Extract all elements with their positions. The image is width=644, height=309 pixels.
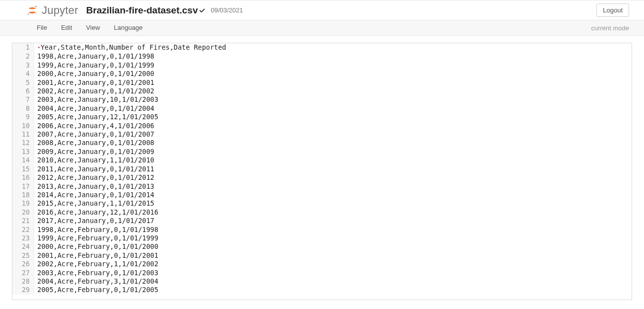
line-content[interactable]: 2000,Acre,January,0,1/01/2000 — [34, 70, 154, 78]
editor-line[interactable]: 192015,Acre,January,1,1/01/2015 — [12, 199, 632, 208]
line-content[interactable]: 2009,Acre,January,0,1/01/2009 — [34, 148, 154, 156]
line-number: 14 — [12, 156, 34, 164]
menu-file[interactable]: File — [30, 20, 54, 36]
last-modified: 09/03/2021 — [211, 6, 243, 14]
editor-line[interactable]: 212017,Acre,January,0,1/01/2017 — [12, 217, 632, 225]
line-content[interactable]: 2012,Acre,January,0,1/01/2012 — [34, 173, 154, 182]
line-content[interactable]: 2006,Acre,January,4,1/01/2006 — [34, 122, 154, 130]
editor-line[interactable]: 292005,Acre,February,0,1/01/2005 — [12, 286, 632, 294]
line-number: 6 — [12, 87, 34, 95]
editor-line[interactable]: 102006,Acre,January,4,1/01/2006 — [12, 122, 632, 130]
line-content[interactable]: 2004,Acre,February,3,1/01/2004 — [34, 277, 158, 286]
editor-line[interactable]: 252001,Acre,February,0,1/01/2001 — [12, 251, 632, 260]
line-content[interactable]: 1998,Acre,January,0,1/01/1998 — [34, 52, 154, 61]
line-content[interactable]: 2010,Acre,January,1,1/01/2010 — [34, 156, 154, 164]
editor-line[interactable]: 242000,Acre,February,0,1/01/2000 — [12, 242, 632, 251]
line-number: 29 — [12, 286, 34, 294]
text-editor: 1•Year,State,Month,Number of Fires,Date … — [12, 43, 632, 300]
svg-point-0 — [35, 5, 37, 7]
line-number: 17 — [12, 182, 34, 191]
line-content[interactable]: 2005,Acre,January,12,1/01/2005 — [34, 113, 158, 121]
line-content[interactable]: 2017,Acre,January,0,1/01/2017 — [34, 217, 154, 225]
line-number: 7 — [12, 95, 34, 104]
line-content[interactable]: 2000,Acre,February,0,1/01/2000 — [34, 242, 158, 251]
line-number: 1 — [12, 43, 34, 52]
line-content[interactable]: 2004,Acre,January,0,1/01/2004 — [34, 104, 154, 113]
line-content[interactable]: 2003,Acre,February,0,1/01/2003 — [34, 269, 158, 277]
line-content[interactable]: 1999,Acre,January,0,1/01/1999 — [34, 61, 154, 70]
line-number: 19 — [12, 199, 34, 208]
menu-language[interactable]: Language — [107, 20, 149, 36]
svg-point-1 — [28, 13, 29, 14]
line-number: 8 — [12, 104, 34, 113]
menubar: FileEditViewLanguage current mode — [0, 20, 644, 36]
editor-line[interactable]: 202016,Acre,January,12,1/01/2016 — [12, 208, 632, 217]
line-content[interactable]: 2002,Acre,January,0,1/01/2002 — [34, 87, 154, 95]
line-number: 25 — [12, 251, 34, 260]
line-number: 26 — [12, 260, 34, 268]
editor-line[interactable]: 182014,Acre,January,0,1/01/2014 — [12, 191, 632, 199]
line-content[interactable]: 2016,Acre,January,12,1/01/2016 — [34, 208, 158, 217]
editor-line[interactable]: 122008,Acre,January,0,1/01/2008 — [12, 139, 632, 147]
line-number: 18 — [12, 191, 34, 199]
line-content[interactable]: 1999,Acre,February,0,1/01/1999 — [34, 234, 158, 242]
notebook-filename[interactable]: Brazilian-fire-dataset.csv — [86, 5, 198, 16]
line-content[interactable]: 2008,Acre,January,0,1/01/2008 — [34, 139, 154, 147]
editor-line[interactable]: 112007,Acre,January,0,1/01/2007 — [12, 130, 632, 139]
editor-line[interactable]: 172013,Acre,January,0,1/01/2013 — [12, 182, 632, 191]
line-content[interactable]: 2001,Acre,February,0,1/01/2001 — [34, 251, 158, 260]
editor-line[interactable]: 142010,Acre,January,1,1/01/2010 — [12, 156, 632, 164]
menu-items: FileEditViewLanguage — [30, 20, 149, 36]
jupyter-logo-text: Jupyter — [42, 4, 78, 17]
line-number: 5 — [12, 78, 34, 87]
editor-scroll[interactable]: 1•Year,State,Month,Number of Fires,Date … — [12, 43, 632, 300]
editor-line[interactable]: 272003,Acre,February,0,1/01/2003 — [12, 269, 632, 277]
line-number: 15 — [12, 165, 34, 173]
jupyter-icon — [26, 4, 39, 17]
mode-indicator: current mode — [591, 24, 632, 32]
line-number: 3 — [12, 61, 34, 70]
line-number: 22 — [12, 226, 34, 234]
line-content[interactable]: 2014,Acre,January,0,1/01/2014 — [34, 191, 154, 199]
editor-line[interactable]: 282004,Acre,February,3,1/01/2004 — [12, 277, 632, 286]
app-root: Jupyter Brazilian-fire-dataset.csv 09/03… — [0, 0, 644, 309]
line-content[interactable]: 2003,Acre,January,10,1/01/2003 — [34, 95, 158, 104]
editor-line[interactable]: 72003,Acre,January,10,1/01/2003 — [12, 95, 632, 104]
editor-line[interactable]: 31999,Acre,January,0,1/01/1999 — [12, 61, 632, 70]
line-content[interactable]: 2013,Acre,January,0,1/01/2013 — [34, 182, 154, 191]
checkmark-icon — [199, 7, 206, 14]
line-number: 20 — [12, 208, 34, 217]
logout-button[interactable]: Logout — [596, 3, 629, 17]
line-content[interactable]: 2002,Acre,February,1,1/01/2002 — [34, 260, 158, 268]
editor-line[interactable]: 162012,Acre,January,0,1/01/2012 — [12, 173, 632, 182]
line-content[interactable]: 2001,Acre,January,0,1/01/2001 — [34, 78, 154, 87]
editor-line[interactable]: 62002,Acre,January,0,1/01/2002 — [12, 87, 632, 95]
cursor-icon: • — [37, 44, 41, 51]
editor-line[interactable]: 21998,Acre,January,0,1/01/1998 — [12, 52, 632, 61]
line-number: 9 — [12, 113, 34, 121]
editor-line[interactable]: 262002,Acre,February,1,1/01/2002 — [12, 260, 632, 268]
editor-line[interactable]: 42000,Acre,January,0,1/01/2000 — [12, 70, 632, 78]
line-content[interactable]: 2011,Acre,January,0,1/01/2011 — [34, 165, 154, 173]
editor-line[interactable]: 221998,Acre,February,0,1/01/1998 — [12, 226, 632, 234]
line-number: 21 — [12, 217, 34, 225]
editor-line[interactable]: 152011,Acre,January,0,1/01/2011 — [12, 165, 632, 173]
editor-line[interactable]: 132009,Acre,January,0,1/01/2009 — [12, 148, 632, 156]
editor-line[interactable]: 52001,Acre,January,0,1/01/2001 — [12, 78, 632, 87]
line-content[interactable]: 2007,Acre,January,0,1/01/2007 — [34, 130, 154, 139]
line-number: 24 — [12, 242, 34, 251]
line-content[interactable]: 2015,Acre,January,1,1/01/2015 — [34, 199, 154, 208]
editor-line[interactable]: 82004,Acre,January,0,1/01/2004 — [12, 104, 632, 113]
menu-edit[interactable]: Edit — [54, 20, 79, 36]
line-content[interactable]: 2005,Acre,February,0,1/01/2005 — [34, 286, 158, 294]
editor-line[interactable]: 92005,Acre,January,12,1/01/2005 — [12, 113, 632, 121]
line-number: 23 — [12, 234, 34, 242]
line-content[interactable]: •Year,State,Month,Number of Fires,Date R… — [34, 43, 226, 52]
jupyter-logo[interactable]: Jupyter — [26, 4, 78, 17]
editor-line[interactable]: 231999,Acre,February,0,1/01/1999 — [12, 234, 632, 242]
editor-line[interactable]: 1•Year,State,Month,Number of Fires,Date … — [12, 43, 632, 52]
menu-view[interactable]: View — [79, 20, 107, 36]
line-number: 2 — [12, 52, 34, 61]
svg-point-2 — [36, 13, 37, 14]
line-content[interactable]: 1998,Acre,February,0,1/01/1998 — [34, 226, 158, 234]
